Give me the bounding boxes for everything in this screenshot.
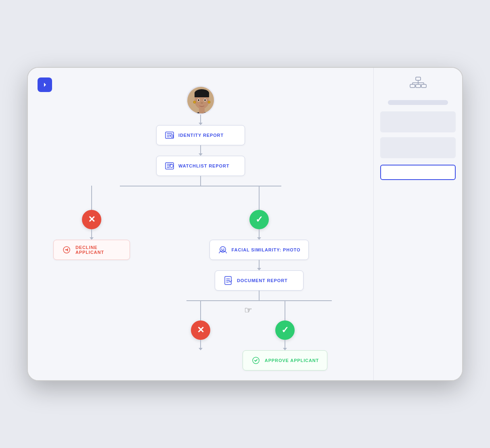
- h-fork-line: [120, 186, 281, 186]
- svg-point-13: [201, 102, 203, 104]
- svg-point-20: [221, 249, 222, 249]
- identity-report-card[interactable]: IDENTITY REPORT: [156, 125, 245, 145]
- decline-decision-circle-2: ✕: [191, 320, 210, 340]
- svg-rect-6: [195, 92, 209, 97]
- right-sidebar: [373, 68, 462, 380]
- yes-decision-circle-2: ✓: [275, 320, 295, 340]
- watchlist-report-card[interactable]: WATCHLIST REPORT: [156, 156, 245, 176]
- chevron-right-icon: [42, 82, 48, 88]
- main-canvas: IDENTITY REPORT: [28, 68, 373, 380]
- expand-button[interactable]: [38, 77, 52, 92]
- svg-point-9: [198, 99, 199, 101]
- right-v-line: [259, 186, 260, 210]
- sidebar-input-field[interactable]: [380, 165, 456, 180]
- identity-report-label: IDENTITY REPORT: [178, 133, 224, 138]
- identity-report-node[interactable]: IDENTITY REPORT: [156, 125, 245, 156]
- x-icon: ✕: [88, 214, 95, 225]
- facial-similarity-card[interactable]: FACIAL SIMILARITY: PHOTO: [209, 240, 309, 260]
- sub-right-v-line: [285, 300, 285, 320]
- decline-icon: [62, 245, 71, 255]
- connector-line: [259, 291, 260, 300]
- svg-point-10: [204, 99, 206, 101]
- sub-fork-row: ✕ ✓: [170, 300, 348, 371]
- connector-line: [285, 340, 285, 348]
- document-report-icon: [223, 276, 233, 285]
- svg-point-11: [193, 101, 196, 103]
- facial-similarity-label: FACIAL SIMILARITY: PHOTO: [232, 247, 301, 252]
- svg-point-21: [223, 249, 224, 249]
- svg-point-12: [208, 101, 210, 103]
- decline-applicant-label: DECLINE APPLICANT: [75, 245, 121, 255]
- identity-report-icon: [165, 130, 174, 140]
- approve-applicant-card[interactable]: APPROVE APPLICANT: [243, 350, 327, 371]
- avatar: [186, 86, 215, 115]
- org-chart-icon: [408, 76, 428, 92]
- connector-line: [200, 145, 201, 153]
- avatar-image: [187, 87, 215, 115]
- watchlist-report-node[interactable]: WATCHLIST REPORT: [156, 156, 245, 186]
- cursor-pointer: ☞: [244, 305, 252, 316]
- sub-h-line: [186, 300, 332, 301]
- x-icon-2: ✕: [197, 325, 204, 335]
- connector-line: [259, 260, 260, 268]
- fork-row: ✕: [100, 186, 302, 371]
- connector-line: [259, 229, 260, 237]
- svg-rect-31: [416, 84, 421, 88]
- left-v-line: [91, 186, 92, 210]
- connector-line: [91, 229, 92, 237]
- sidebar-icon-row: [380, 76, 456, 92]
- sub-right-branch: ✓: [243, 300, 327, 371]
- facial-similarity-icon: [218, 245, 228, 255]
- document-report-label: DOCUMENT REPORT: [237, 278, 288, 283]
- flow-diagram: IDENTITY REPORT: [38, 77, 364, 371]
- decline-applicant-card[interactable]: DECLINE APPLICANT: [53, 240, 130, 260]
- watchlist-report-label: WATCHLIST REPORT: [178, 163, 229, 168]
- svg-rect-32: [421, 84, 426, 88]
- check-icon-2: ✓: [281, 325, 289, 335]
- svg-rect-24: [416, 77, 421, 80]
- sidebar-block-2: [380, 137, 456, 158]
- connector-line: [200, 340, 201, 348]
- arrow-down: [199, 348, 203, 350]
- right-branch: ✓: [170, 186, 348, 371]
- document-report-card[interactable]: DOCUMENT REPORT: [215, 270, 304, 291]
- svg-rect-30: [410, 84, 415, 88]
- yes-decision-circle-1: ✓: [249, 210, 269, 229]
- check-icon: ✓: [255, 214, 263, 225]
- connector-line: [200, 115, 201, 123]
- watchlist-report-icon: [165, 161, 174, 171]
- connector-line: [200, 176, 201, 186]
- avatar-node: [186, 86, 215, 125]
- sub-left-branch: ✕: [191, 300, 210, 371]
- left-branch: ✕: [53, 186, 130, 260]
- device-frame: IDENTITY REPORT: [27, 67, 463, 381]
- approve-icon: [251, 356, 261, 365]
- approve-applicant-label: APPROVE APPLICANT: [265, 358, 319, 363]
- sub-left-v-line: [200, 300, 201, 320]
- decline-decision-circle: ✕: [82, 210, 101, 229]
- sidebar-block-1: [380, 111, 456, 132]
- sidebar-pill-1: [388, 100, 448, 105]
